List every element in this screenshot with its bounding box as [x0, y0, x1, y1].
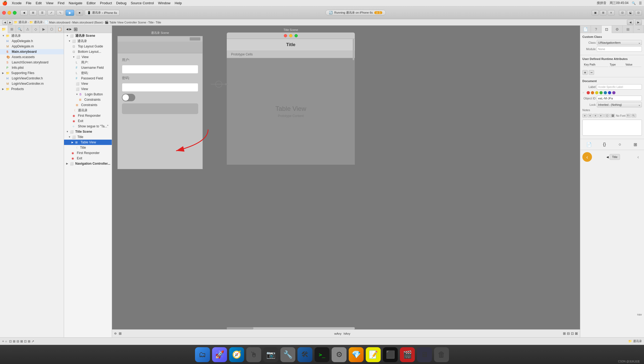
scene-item-first-responder[interactable]: ◉ First Responder	[64, 113, 112, 118]
dock-xcode[interactable]: 🛠	[297, 347, 312, 362]
tab-file-navigator[interactable]: 📁	[0, 26, 8, 33]
scene-item-top-layout[interactable]: ⊡ Top Layout Guide	[64, 44, 112, 49]
canvas-shrink-btn[interactable]: ⊟	[567, 331, 570, 335]
canvas-expand-btn[interactable]: ⊞	[563, 331, 566, 335]
scene-item-table-view[interactable]: ▶ ⊞ Table View	[64, 140, 112, 145]
menu-file[interactable]: File	[26, 1, 31, 5]
inspector-icon-braces[interactable]: {}	[601, 141, 608, 148]
view-btn4[interactable]: ⊠	[20, 339, 23, 343]
color-dot-green[interactable]	[599, 91, 603, 94]
lock-dropdown[interactable]: Inherited - (Nothing) ⌄	[597, 102, 642, 107]
nav-title-label[interactable]: Title	[610, 154, 620, 160]
dock-mouse[interactable]: 🖱	[246, 347, 261, 362]
breadcrumb-back-btn[interactable]: ◀	[2, 20, 7, 25]
scene-item-tonxunlu-scene[interactable]: ▼ ⬜ 通讯录 Scene	[64, 33, 112, 38]
scene-nav-forward[interactable]: ▶	[69, 27, 71, 31]
stop-button[interactable]: ■	[76, 10, 83, 16]
dock-media[interactable]: ⬛	[383, 347, 398, 362]
inspector-toggle-btn[interactable]: ⊡	[635, 10, 642, 15]
input-method[interactable]: 搜拼音	[597, 1, 606, 5]
tab-test-navigator[interactable]: ◇	[32, 26, 40, 33]
menu-view[interactable]: View	[46, 1, 53, 5]
horizontal-scrollbar[interactable]	[227, 327, 355, 329]
minimize-button[interactable]	[7, 11, 11, 15]
scene-item-title-scene[interactable]: ▼ ⬜ Title Scene	[64, 129, 112, 134]
maximize-button[interactable]	[13, 11, 17, 15]
notes-align-center[interactable]: ≡	[588, 114, 593, 118]
notes-textarea[interactable]	[582, 120, 642, 136]
table-dot-green[interactable]	[295, 34, 298, 37]
nav-title-back[interactable]: ◀	[606, 155, 609, 159]
debug-toggle-btn[interactable]: ⬕	[627, 10, 634, 15]
module-field[interactable]: None	[597, 46, 642, 52]
nav-item-appdelegate-m[interactable]: M AppDelegate.m	[0, 44, 64, 49]
scene-item-pwd-label[interactable]: L 密码:	[64, 70, 112, 76]
notes-justify[interactable]: ≡	[598, 114, 603, 118]
menu-find[interactable]: Find	[58, 1, 64, 5]
scene-item-constraints1[interactable]: ⊞ Constraints	[64, 97, 112, 102]
nav-item-login-h[interactable]: H LoginViewController.h	[0, 76, 64, 81]
notes-font-btn[interactable]: No Font	[616, 114, 626, 117]
tab-report-navigator[interactable]: 📋	[56, 26, 64, 33]
x-mark[interactable]: ×	[582, 91, 585, 95]
menu-edit[interactable]: Edit	[36, 1, 42, 5]
view-btn2[interactable]: ⊞	[13, 339, 15, 343]
nav-item-assets[interactable]: 🎨 Assets.xcassets	[0, 54, 64, 60]
tab-identity-inspector[interactable]: ⊡	[602, 26, 612, 33]
menu-editor[interactable]: Editor	[87, 1, 96, 5]
view-btn7[interactable]: ↗	[31, 339, 34, 343]
dock-safari[interactable]: 🧭	[229, 347, 244, 362]
search-icon[interactable]: 🔍	[632, 1, 636, 5]
inspector-icon-circle[interactable]: ○	[617, 141, 623, 148]
scene-item-nav-controller[interactable]: ▶ ⬜ Navigation Controller...	[64, 161, 112, 166]
nav-item-project[interactable]: ▼ 📁 通讯录	[0, 33, 64, 38]
menu-icon[interactable]: ☰	[639, 1, 642, 5]
view-btn1[interactable]: ⊡	[9, 339, 12, 343]
nav-collapse-btn[interactable]: ⤡	[57, 10, 64, 15]
inspector-icon-grid[interactable]: ⊞	[632, 141, 638, 148]
nav-expand-btn[interactable]: ⤢	[47, 10, 55, 15]
notes-image-btn[interactable]: 🖼	[610, 114, 615, 118]
breadcrumb-right-pane-btn[interactable]: ▶	[635, 20, 642, 25]
scene-item-view3[interactable]: ⬜ View	[64, 86, 112, 92]
breadcrumb-item-6[interactable]: Title	[156, 21, 161, 24]
dock-terminal[interactable]: >_	[315, 347, 329, 362]
color-dot-blue[interactable]	[608, 91, 611, 94]
dock-finder[interactable]: 🗂	[195, 347, 210, 362]
breadcrumb-item-0[interactable]: 📁 通讯录	[14, 20, 27, 24]
label-field[interactable]: Xcode Specific Label	[597, 84, 642, 90]
breadcrumb-item-2[interactable]: 📄 Main.storyboard	[45, 21, 70, 24]
editor-version-btn[interactable]: ≡	[608, 10, 615, 15]
nav-list-btn[interactable]: ☰	[38, 10, 46, 15]
nav-item-main-storyboard[interactable]: S Main.storyboard	[0, 49, 64, 54]
login-button-display[interactable]	[122, 103, 198, 114]
scene-item-tonxunlu2[interactable]: 〈 通讯录	[64, 108, 112, 113]
dock-tools[interactable]: 🔧	[280, 347, 295, 362]
scene-item-constraints2[interactable]: ⊞ Constraints	[64, 102, 112, 108]
pwd-field-display[interactable]	[122, 83, 198, 92]
dock-photos[interactable]: 📷	[263, 347, 278, 362]
dock-trash[interactable]: 🗑	[434, 347, 449, 362]
breadcrumb-item-4[interactable]: 🎬 Table View Controller Scene	[105, 21, 146, 24]
color-dot-purple[interactable]	[612, 91, 615, 94]
notes-align-left[interactable]: ≡	[582, 114, 587, 118]
dock-video[interactable]: 🎬	[400, 347, 415, 362]
table-dot-red[interactable]	[284, 34, 287, 37]
add-attr-button[interactable]: +	[582, 70, 588, 75]
scene-item-first-responder2[interactable]: ◉ First Responder	[64, 150, 112, 156]
canvas-area[interactable]: 通讯录 Scene 用户: 密码:	[112, 26, 580, 337]
class-dropdown[interactable]: UINavigationItem ⌄	[597, 40, 642, 45]
notes-size-down[interactable]: T↓	[631, 114, 636, 118]
color-dot-yellow[interactable]	[595, 91, 598, 94]
nav-item-supporting-files[interactable]: ▶ 📁 Supporting Files	[0, 70, 64, 76]
breadcrumb-item-5[interactable]: Title	[148, 21, 154, 24]
breadcrumb-item-3[interactable]: Main.storyboard (Base)	[72, 21, 103, 24]
add-bottom-btn[interactable]: +	[2, 339, 4, 343]
dock-settings[interactable]: ⚙	[332, 347, 347, 362]
view-btn6[interactable]: ⊞	[28, 339, 30, 343]
table-dot-yellow[interactable]	[289, 34, 292, 37]
menu-help[interactable]: Help	[175, 1, 182, 5]
toggle-switch-display[interactable]	[122, 94, 135, 101]
scene-item-user-label[interactable]: L 用户:	[64, 60, 112, 65]
scene-item-title[interactable]: ▼ ⬜ Title	[64, 134, 112, 140]
